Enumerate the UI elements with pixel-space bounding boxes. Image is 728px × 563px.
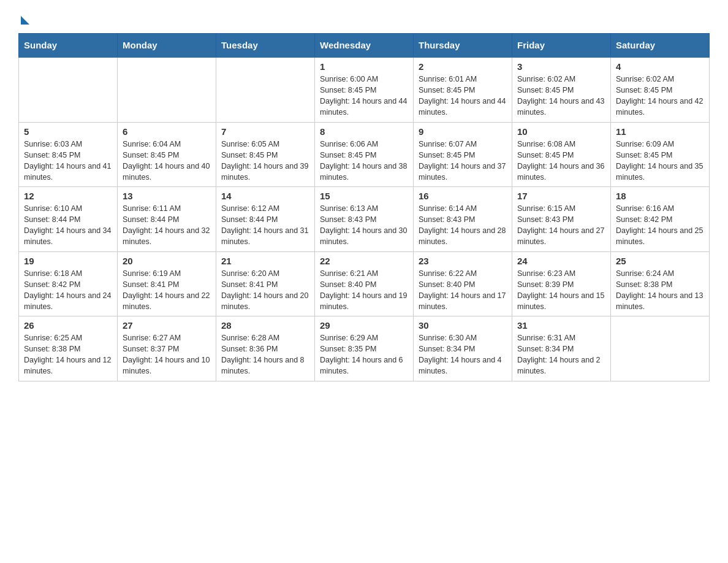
- day-info: Sunrise: 6:27 AMSunset: 8:37 PMDaylight:…: [123, 332, 211, 377]
- day-number: 19: [24, 256, 112, 266]
- day-info: Sunrise: 6:13 AMSunset: 8:43 PMDaylight:…: [320, 203, 408, 248]
- calendar-cell: 9Sunrise: 6:07 AMSunset: 8:45 PMDaylight…: [414, 122, 512, 187]
- calendar-cell: 6Sunrise: 6:04 AMSunset: 8:45 PMDaylight…: [118, 122, 216, 187]
- day-number: 12: [24, 191, 112, 201]
- day-info: Sunrise: 6:16 AMSunset: 8:42 PMDaylight:…: [616, 203, 704, 248]
- day-number: 24: [517, 256, 605, 266]
- day-number: 3: [517, 61, 605, 72]
- calendar-header: SundayMondayTuesdayWednesdayThursdayFrid…: [19, 34, 710, 58]
- day-number: 20: [123, 256, 211, 266]
- day-number: 15: [320, 191, 408, 201]
- calendar-cell: 3Sunrise: 6:02 AMSunset: 8:45 PMDaylight…: [512, 57, 611, 122]
- day-info: Sunrise: 6:09 AMSunset: 8:45 PMDaylight:…: [616, 139, 704, 183]
- day-number: 30: [419, 320, 507, 331]
- calendar-cell: 14Sunrise: 6:12 AMSunset: 8:44 PMDayligh…: [216, 187, 315, 252]
- calendar-cell: 8Sunrise: 6:06 AMSunset: 8:45 PMDaylight…: [315, 122, 414, 187]
- day-number: 25: [616, 256, 704, 266]
- day-number: 10: [517, 126, 605, 137]
- weekday-header-row: SundayMondayTuesdayWednesdayThursdayFrid…: [19, 34, 710, 58]
- day-info: Sunrise: 6:08 AMSunset: 8:45 PMDaylight:…: [517, 139, 605, 183]
- calendar-cell: 30Sunrise: 6:30 AMSunset: 8:34 PMDayligh…: [414, 316, 512, 381]
- day-info: Sunrise: 6:14 AMSunset: 8:43 PMDaylight:…: [419, 203, 507, 248]
- calendar-cell: 22Sunrise: 6:21 AMSunset: 8:40 PMDayligh…: [315, 251, 414, 316]
- logo-triangle-icon: [21, 16, 29, 25]
- day-info: Sunrise: 6:23 AMSunset: 8:39 PMDaylight:…: [517, 268, 605, 313]
- day-info: Sunrise: 6:25 AMSunset: 8:38 PMDaylight:…: [24, 332, 112, 377]
- logo: [18, 16, 29, 23]
- calendar-cell: [216, 57, 315, 122]
- weekday-header-wednesday: Wednesday: [315, 34, 414, 58]
- weekday-header-monday: Monday: [118, 34, 216, 58]
- day-number: 5: [24, 126, 112, 137]
- day-info: Sunrise: 6:15 AMSunset: 8:43 PMDaylight:…: [517, 203, 605, 248]
- day-number: 14: [221, 191, 309, 201]
- day-info: Sunrise: 6:21 AMSunset: 8:40 PMDaylight:…: [320, 268, 408, 313]
- day-number: 31: [517, 320, 605, 331]
- day-number: 17: [517, 191, 605, 201]
- day-number: 27: [123, 320, 211, 331]
- day-number: 7: [221, 126, 309, 137]
- calendar-cell: 10Sunrise: 6:08 AMSunset: 8:45 PMDayligh…: [512, 122, 611, 187]
- day-info: Sunrise: 6:29 AMSunset: 8:35 PMDaylight:…: [320, 332, 408, 377]
- day-info: Sunrise: 6:10 AMSunset: 8:44 PMDaylight:…: [24, 203, 112, 248]
- day-number: 9: [419, 126, 507, 137]
- day-info: Sunrise: 6:20 AMSunset: 8:41 PMDaylight:…: [221, 268, 309, 313]
- day-number: 23: [419, 256, 507, 266]
- calendar-cell: 2Sunrise: 6:01 AMSunset: 8:45 PMDaylight…: [414, 57, 512, 122]
- weekday-header-thursday: Thursday: [414, 34, 512, 58]
- calendar-cell: 25Sunrise: 6:24 AMSunset: 8:38 PMDayligh…: [611, 251, 710, 316]
- day-number: 13: [123, 191, 211, 201]
- day-info: Sunrise: 6:28 AMSunset: 8:36 PMDaylight:…: [221, 332, 309, 377]
- calendar-cell: 31Sunrise: 6:31 AMSunset: 8:34 PMDayligh…: [512, 316, 611, 381]
- day-number: 8: [320, 126, 408, 137]
- calendar-cell: 15Sunrise: 6:13 AMSunset: 8:43 PMDayligh…: [315, 187, 414, 252]
- calendar-cell: 11Sunrise: 6:09 AMSunset: 8:45 PMDayligh…: [611, 122, 710, 187]
- day-number: 4: [616, 61, 704, 72]
- day-number: 22: [320, 256, 408, 266]
- day-info: Sunrise: 6:02 AMSunset: 8:45 PMDaylight:…: [616, 74, 704, 118]
- calendar-cell: 1Sunrise: 6:00 AMSunset: 8:45 PMDaylight…: [315, 57, 414, 122]
- day-number: 2: [419, 61, 507, 72]
- day-number: 6: [123, 126, 211, 137]
- calendar-week-2: 12Sunrise: 6:10 AMSunset: 8:44 PMDayligh…: [19, 187, 710, 252]
- calendar-cell: [118, 57, 216, 122]
- logo-icon: [18, 16, 29, 23]
- day-number: 1: [320, 61, 408, 72]
- calendar-week-1: 5Sunrise: 6:03 AMSunset: 8:45 PMDaylight…: [19, 122, 710, 187]
- calendar-week-4: 26Sunrise: 6:25 AMSunset: 8:38 PMDayligh…: [19, 316, 710, 381]
- weekday-header-friday: Friday: [512, 34, 611, 58]
- page-header: [18, 12, 710, 23]
- day-info: Sunrise: 6:12 AMSunset: 8:44 PMDaylight:…: [221, 203, 309, 248]
- day-info: Sunrise: 6:22 AMSunset: 8:40 PMDaylight:…: [419, 268, 507, 313]
- calendar-cell: 16Sunrise: 6:14 AMSunset: 8:43 PMDayligh…: [414, 187, 512, 252]
- calendar-cell: 13Sunrise: 6:11 AMSunset: 8:44 PMDayligh…: [118, 187, 216, 252]
- calendar-cell: 27Sunrise: 6:27 AMSunset: 8:37 PMDayligh…: [118, 316, 216, 381]
- weekday-header-saturday: Saturday: [611, 34, 710, 58]
- calendar-cell: 24Sunrise: 6:23 AMSunset: 8:39 PMDayligh…: [512, 251, 611, 316]
- calendar-cell: 17Sunrise: 6:15 AMSunset: 8:43 PMDayligh…: [512, 187, 611, 252]
- day-info: Sunrise: 6:19 AMSunset: 8:41 PMDaylight:…: [123, 268, 211, 313]
- day-number: 26: [24, 320, 112, 331]
- calendar-cell: 26Sunrise: 6:25 AMSunset: 8:38 PMDayligh…: [19, 316, 118, 381]
- calendar-week-3: 19Sunrise: 6:18 AMSunset: 8:42 PMDayligh…: [19, 251, 710, 316]
- day-number: 29: [320, 320, 408, 331]
- calendar-cell: 18Sunrise: 6:16 AMSunset: 8:42 PMDayligh…: [611, 187, 710, 252]
- calendar-week-0: 1Sunrise: 6:00 AMSunset: 8:45 PMDaylight…: [19, 57, 710, 122]
- weekday-header-sunday: Sunday: [19, 34, 118, 58]
- calendar-cell: 29Sunrise: 6:29 AMSunset: 8:35 PMDayligh…: [315, 316, 414, 381]
- day-info: Sunrise: 6:31 AMSunset: 8:34 PMDaylight:…: [517, 332, 605, 377]
- day-info: Sunrise: 6:18 AMSunset: 8:42 PMDaylight:…: [24, 268, 112, 313]
- day-info: Sunrise: 6:30 AMSunset: 8:34 PMDaylight:…: [419, 332, 507, 377]
- day-number: 18: [616, 191, 704, 201]
- calendar-cell: 23Sunrise: 6:22 AMSunset: 8:40 PMDayligh…: [414, 251, 512, 316]
- calendar-cell: [19, 57, 118, 122]
- day-info: Sunrise: 6:07 AMSunset: 8:45 PMDaylight:…: [419, 139, 507, 183]
- day-info: Sunrise: 6:03 AMSunset: 8:45 PMDaylight:…: [24, 139, 112, 183]
- day-info: Sunrise: 6:05 AMSunset: 8:45 PMDaylight:…: [221, 139, 309, 183]
- calendar-cell: 28Sunrise: 6:28 AMSunset: 8:36 PMDayligh…: [216, 316, 315, 381]
- calendar-body: 1Sunrise: 6:00 AMSunset: 8:45 PMDaylight…: [19, 57, 710, 381]
- calendar-table: SundayMondayTuesdayWednesdayThursdayFrid…: [18, 33, 710, 381]
- day-number: 28: [221, 320, 309, 331]
- day-number: 16: [419, 191, 507, 201]
- day-number: 11: [616, 126, 704, 137]
